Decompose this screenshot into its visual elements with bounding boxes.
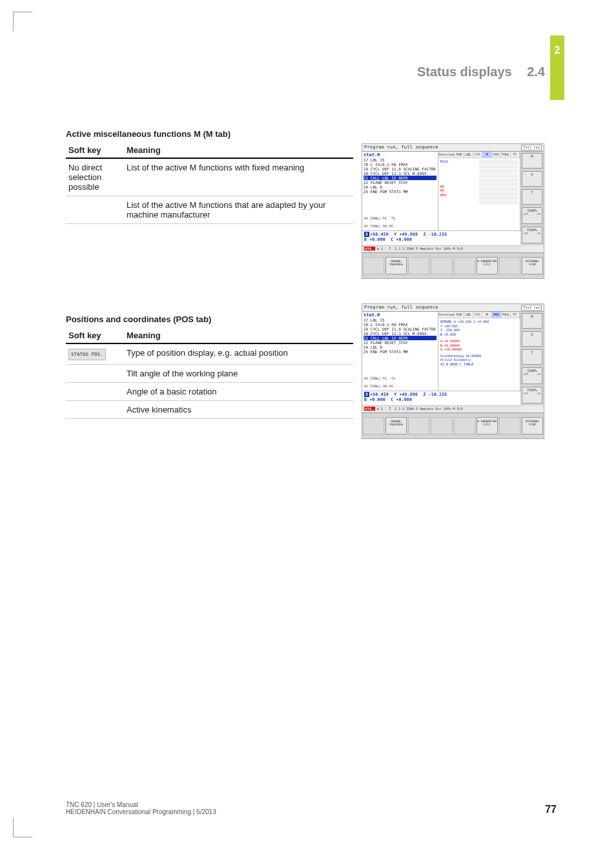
window-titlebar: Program run, full sequence Test run — [362, 144, 544, 152]
status-line: 0% SINm] P1 -T1 — [364, 376, 435, 380]
tab-tt[interactable]: TT — [511, 312, 520, 318]
pgm-line: 17 LBL 15 — [364, 318, 436, 322]
pgm-line: 17 LBL 15 — [364, 158, 436, 162]
table-row: List of the active M functions that are … — [66, 196, 353, 224]
mode-indicator: Test run — [521, 305, 542, 311]
softkey[interactable] — [408, 257, 429, 274]
tab-pos[interactable]: POS — [492, 312, 501, 318]
status-tabs: Overview PGM LBL CYC M POS TOOL TT — [438, 152, 520, 158]
tab-lbl[interactable]: LBL — [464, 152, 473, 158]
t-indicator[interactable]: T — [522, 189, 542, 205]
tab-overview[interactable]: Overview — [438, 312, 455, 318]
meaning-cell: Active kinematics — [124, 401, 353, 419]
s-override[interactable]: S100%OFFON — [522, 367, 542, 384]
m-function-oem: M0 — [440, 185, 444, 189]
tab-cyc[interactable]: CYC — [473, 312, 482, 318]
pgm-line: 24 LBL 0 — [364, 185, 436, 189]
status-line: 0% FINm] 00:45 — [364, 384, 435, 388]
pgm-line: 20 CYCL DEF 11.1 SCL M.9995 — [364, 331, 436, 336]
program-filename: stat.H — [364, 152, 436, 158]
pgm-line: 18 L IX+0.1 R0 FMAX — [364, 322, 436, 327]
softkey[interactable] — [454, 417, 475, 435]
m-indicator[interactable]: M — [522, 313, 542, 329]
status-tabs: Overview PGM LBL CYC M POS TOOL TT — [438, 312, 520, 318]
section1-title: Active miscellaneous functions M (M tab) — [66, 129, 353, 139]
softkey[interactable] — [454, 257, 475, 274]
softkey-manual-traverse[interactable]: MANUAL TRAVERSE — [385, 257, 407, 274]
pgm-line-highlight: 21 CALL LBL 15 REP5 — [364, 336, 436, 340]
s-indicator[interactable]: S — [522, 171, 542, 187]
section2-title: Positions and coordinates (POS tab) — [66, 314, 353, 324]
s-override[interactable]: S100%OFFON — [522, 207, 542, 224]
softkey[interactable] — [431, 257, 452, 274]
softkey[interactable] — [363, 417, 384, 435]
position-display: X+50.459 Y +49.998 Z -10.255 B +0.000 C … — [362, 391, 520, 405]
override-bar: M S T S100%OFFON F100%OFFON — [520, 152, 544, 245]
pgm-line: 19 CYCL DEF 11.0 SCALING FACTOR — [364, 167, 436, 171]
m-function-oem: M5 — [440, 189, 444, 192]
m-function-fixed: M110 — [440, 159, 448, 163]
chapter-tab: 2 — [550, 36, 564, 100]
softkey-row: MANUAL TRAVERSE 0 PARAMETER LIST INTERNA… — [362, 252, 544, 278]
tab-overview[interactable]: Overview — [438, 152, 455, 158]
softkey-cell: No direct selection possible — [66, 158, 124, 196]
screenshot-pos-tab: Program run, full sequence Test run stat… — [362, 303, 544, 439]
softkey[interactable] — [499, 417, 520, 435]
tab-pgm[interactable]: PGM — [455, 312, 464, 318]
screenshot-m-tab: Program run, full sequence Test run stat… — [362, 143, 544, 279]
table-row: STATUS POS. Type of position display, e.… — [66, 343, 353, 365]
page-header: Status displays 2.4 — [417, 65, 545, 79]
tab-m[interactable]: M — [482, 312, 491, 318]
pgm-line-highlight: 21 CALL LBL 15 REP5 — [364, 176, 436, 180]
softkey[interactable] — [499, 257, 520, 274]
section2-table: Soft key Meaning STATUS POS. Type of pos… — [66, 328, 353, 419]
softkey-cell: STATUS POS. — [66, 343, 124, 365]
footer-line1: TNC 620 | User's Manual — [66, 801, 216, 808]
position-display: X+50.459 Y +49.998 Z -10.255 B +0.000 C … — [362, 230, 520, 245]
pgm-line: 22 PLANE RESET STAY — [364, 340, 436, 345]
status-line: 0% FINm] 00:45 — [364, 224, 435, 228]
meaning-cell: List of the active M functions with fixe… — [124, 158, 353, 196]
f-override[interactable]: F100%OFFON — [522, 227, 542, 243]
pgm-line: 25 END PGM STAT1 MM — [364, 189, 436, 194]
tab-pos[interactable]: POS — [492, 152, 501, 158]
table-row: Tilt angle of the working plane — [66, 365, 353, 383]
page-footer: TNC 620 | User's Manual HEIDENHAIN Conve… — [66, 801, 557, 815]
tab-pgm[interactable]: PGM — [455, 152, 464, 158]
softkey-cell — [66, 401, 124, 419]
status-pos-softkey[interactable]: STATUS POS. — [68, 349, 106, 360]
softkey[interactable] — [408, 417, 429, 435]
kinematic-name: 01_B_HEAD_C_TABLE — [440, 362, 518, 367]
mode-indicator: Test run — [521, 145, 542, 150]
f-override[interactable]: F100%OFFON — [522, 387, 542, 404]
t-indicator[interactable]: T — [522, 349, 542, 365]
tab-tool[interactable]: TOOL — [501, 152, 510, 158]
m-indicator[interactable]: M — [522, 153, 542, 169]
tab-lbl[interactable]: LBL — [464, 312, 473, 318]
softkey-internal-stop[interactable]: INTERNAL STOP — [522, 417, 543, 435]
softkey-param-list[interactable]: 0 PARAMETER LIST — [477, 417, 498, 435]
table-row: No direct selection possible List of the… — [66, 158, 353, 196]
s-indicator[interactable]: S — [522, 331, 542, 347]
table-row: Active kinematics — [66, 401, 353, 419]
softkey[interactable] — [431, 417, 452, 435]
window-titlebar: Program run, full sequence Test run — [362, 304, 544, 312]
softkey-row: MANUAL TRAVERSE 0 PARAMETER LIST INTERNA… — [362, 413, 544, 438]
softkey[interactable] — [363, 257, 384, 274]
meaning-cell: Tilt angle of the working plane — [124, 365, 353, 383]
softkey-param-list[interactable]: 0 PARAMETER LIST — [477, 257, 498, 274]
softkey-internal-stop[interactable]: INTERNAL STOP — [522, 257, 543, 274]
meaning-cell: Angle of a basic rotation — [124, 383, 353, 401]
col-meaning: Meaning — [124, 143, 353, 158]
tab-tool[interactable]: TOOL — [501, 312, 510, 318]
tab-tt[interactable]: TT — [511, 152, 520, 158]
tab-cyc[interactable]: CYC — [473, 152, 482, 158]
program-filename: stat.H — [364, 312, 436, 318]
tab-m[interactable]: M — [482, 152, 491, 158]
col-meaning: Meaning — [124, 328, 353, 343]
softkey-manual-traverse[interactable]: MANUAL TRAVERSE — [385, 417, 407, 435]
grid-placeholder — [479, 159, 518, 205]
softkey-cell — [66, 365, 124, 383]
col-softkey: Soft key — [66, 143, 124, 158]
page-number: 77 — [545, 804, 557, 815]
